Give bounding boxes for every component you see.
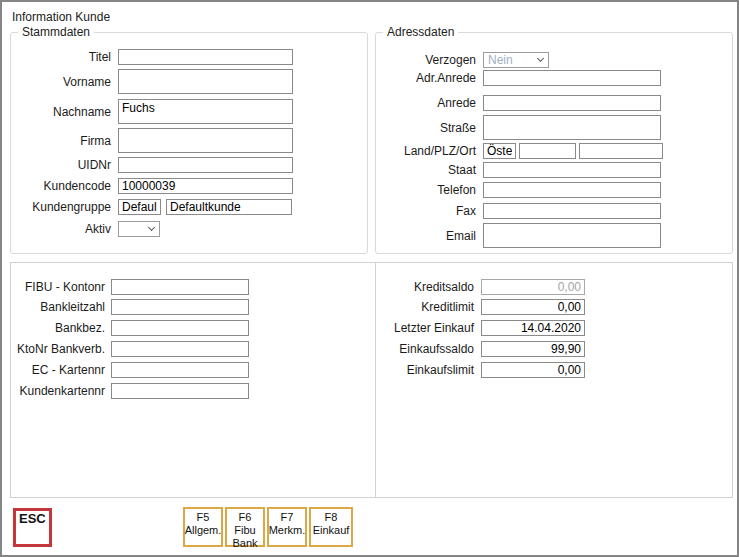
einkaufssaldo-label: Einkaufssaldo xyxy=(315,342,481,356)
chevron-down-icon xyxy=(537,55,544,62)
adressdaten-legend: Adressdaten xyxy=(383,25,458,39)
bankbez-input[interactable] xyxy=(111,320,249,336)
kundenkartennr-input[interactable] xyxy=(111,383,249,399)
letzter-einkauf-input[interactable] xyxy=(481,320,585,336)
f7-button-label: Merkm. xyxy=(269,524,306,537)
information-kunde-window: Information Kunde Stammdaten Titel Vorna… xyxy=(0,0,739,557)
telefon-input[interactable] xyxy=(483,182,661,198)
email-label: Email xyxy=(376,229,483,243)
einkaufslimit-input[interactable] xyxy=(481,362,585,378)
f8-button-label: Einkauf xyxy=(313,524,350,537)
form-row: Einkaufslimit xyxy=(315,362,585,378)
ktonr-bankverb-input[interactable] xyxy=(111,341,249,357)
firma-label: Firma xyxy=(11,134,118,148)
fibu-kontonr-input[interactable] xyxy=(111,279,249,295)
fax-label: Fax xyxy=(376,204,483,218)
staat-input[interactable] xyxy=(483,162,661,178)
vorname-input[interactable] xyxy=(118,69,293,94)
form-row: UIDNr xyxy=(11,157,293,173)
titel-input[interactable] xyxy=(118,49,293,65)
anrede-label: Anrede xyxy=(376,96,483,110)
f5-key-label: F5 xyxy=(197,511,210,524)
nachname-label: Nachname xyxy=(11,105,118,119)
form-row: Staat xyxy=(376,162,661,178)
form-row: Kundenkartennr xyxy=(11,383,249,399)
kreditlimit-input[interactable] xyxy=(481,299,585,315)
form-row: Letzter Einkauf xyxy=(315,320,585,336)
f5-allgemein-button[interactable]: F5 Allgem. xyxy=(183,507,223,547)
f6-fibu-bank-button[interactable]: F6 Fibu Bank xyxy=(225,507,265,547)
vorname-label: Vorname xyxy=(11,75,118,89)
form-row: EC - Kartennr xyxy=(11,362,249,378)
adr-anrede-input[interactable] xyxy=(483,70,661,86)
form-row: Straße xyxy=(376,115,661,140)
letzter-einkauf-label: Letzter Einkauf xyxy=(315,321,481,335)
ec-kartennr-input[interactable] xyxy=(111,362,249,378)
form-row: Bankleitzahl xyxy=(11,299,249,315)
strasse-label: Straße xyxy=(376,121,483,135)
firma-input[interactable] xyxy=(118,128,293,153)
page-title: Information Kunde xyxy=(12,10,110,24)
email-input[interactable] xyxy=(483,223,661,248)
form-row: Vorname xyxy=(11,69,293,94)
form-row: Telefon xyxy=(376,182,661,198)
kundengruppe-name-input[interactable] xyxy=(166,199,292,215)
nachname-input[interactable]: Fuchs xyxy=(118,99,293,124)
fibu-kontonr-label: FIBU - Kontonr xyxy=(11,280,111,294)
aktiv-select[interactable] xyxy=(118,221,160,237)
kreditlimit-label: Kreditlimit xyxy=(315,300,481,314)
form-row: Email xyxy=(376,223,661,248)
anrede-input[interactable] xyxy=(483,95,661,111)
bankbez-label: Bankbez. xyxy=(11,321,111,335)
adr-anrede-label: Adr.Anrede xyxy=(376,71,483,85)
kreditsaldo-label: Kreditsaldo xyxy=(315,280,481,294)
bankleitzahl-input[interactable] xyxy=(111,299,249,315)
form-row: Kundengruppe xyxy=(11,199,292,215)
f7-key-label: F7 xyxy=(281,511,294,524)
aktiv-label: Aktiv xyxy=(11,222,118,236)
form-row: Einkaufssaldo xyxy=(315,341,585,357)
f8-einkauf-button[interactable]: F8 Einkauf xyxy=(309,507,353,547)
staat-label: Staat xyxy=(376,163,483,177)
esc-button[interactable]: ESC xyxy=(13,508,52,547)
kundengruppe-code-input[interactable] xyxy=(118,199,161,215)
fax-input[interactable] xyxy=(483,203,661,219)
plz-input[interactable] xyxy=(519,143,576,159)
ktonr-bankverb-label: KtoNr Bankverb. xyxy=(11,342,111,356)
form-row: Anrede xyxy=(376,95,661,111)
f6-button-label: Fibu Bank xyxy=(232,524,257,550)
kreditsaldo-input xyxy=(481,279,585,295)
land-input[interactable] xyxy=(483,143,516,159)
form-row: Aktiv xyxy=(11,221,160,237)
bank-umsatz-panel: FIBU - Kontonr Bankleitzahl Bankbez. Kto… xyxy=(10,262,733,498)
bankleitzahl-label: Bankleitzahl xyxy=(11,300,111,314)
titel-label: Titel xyxy=(11,50,118,64)
form-row: Titel xyxy=(11,49,293,65)
form-row: Verzogen Nein xyxy=(376,52,549,68)
strasse-input[interactable] xyxy=(483,115,661,140)
form-row: Kreditlimit xyxy=(315,299,585,315)
verzogen-select[interactable]: Nein xyxy=(483,52,549,68)
kundencode-input[interactable] xyxy=(118,178,293,194)
kundengruppe-label: Kundengruppe xyxy=(11,200,118,214)
chevron-down-icon xyxy=(148,224,155,231)
adressdaten-groupbox: Adressdaten Verzogen Nein Adr.Anrede Anr… xyxy=(375,32,733,254)
einkaufslimit-label: Einkaufslimit xyxy=(315,363,481,377)
f7-merkmale-button[interactable]: F7 Merkm. xyxy=(267,507,307,547)
verzogen-label: Verzogen xyxy=(376,53,483,67)
uidnr-label: UIDNr xyxy=(11,158,118,172)
form-row: Kreditsaldo xyxy=(315,279,585,295)
ort-input[interactable] xyxy=(579,143,663,159)
uidnr-input[interactable] xyxy=(118,157,293,173)
verzogen-selected-value: Nein xyxy=(488,53,513,67)
f8-key-label: F8 xyxy=(325,511,338,524)
form-row: Firma xyxy=(11,128,293,153)
einkaufssaldo-input[interactable] xyxy=(481,341,585,357)
kundenkartennr-label: Kundenkartennr xyxy=(11,384,111,398)
stammdaten-legend: Stammdaten xyxy=(18,25,94,39)
form-row: Kundencode xyxy=(11,178,293,194)
f5-button-label: Allgem. xyxy=(185,524,222,537)
form-row: Fax xyxy=(376,203,661,219)
land-plz-ort-label: Land/PLZ/Ort xyxy=(376,144,483,158)
form-row: FIBU - Kontonr xyxy=(11,279,249,295)
